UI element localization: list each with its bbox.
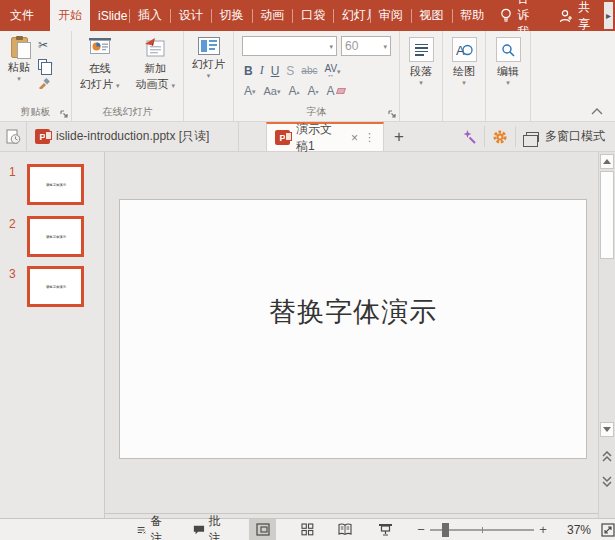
chevron-down-icon: ▾: [383, 44, 387, 50]
menu-tab-slideshow[interactable]: 幻灯片: [334, 0, 370, 31]
scissors-icon: ✂: [38, 38, 48, 52]
font-dialog-launcher[interactable]: [388, 110, 396, 118]
font-color-button[interactable]: A▾: [244, 84, 256, 98]
ribbon-group-online-slides: 在线 幻灯片 ▾ 新加 动画页 ▾ 在线幻灯片: [72, 31, 184, 121]
collapse-ribbon-button[interactable]: [591, 108, 603, 115]
clear-formatting-button[interactable]: A: [327, 84, 345, 98]
new-animation-page-label-line2: 动画页 ▾: [135, 78, 175, 91]
character-spacing-button[interactable]: AV▾: [324, 63, 340, 78]
text-shadow-button[interactable]: S: [286, 64, 294, 78]
document-tab-islide-introduction[interactable]: P islide-introduction.pptx [只读]: [27, 122, 239, 151]
menu-tab-view[interactable]: 视图: [412, 0, 452, 31]
menu-tab-animation[interactable]: 动画: [252, 0, 292, 31]
slide-number: 1: [9, 165, 16, 179]
zoom-percentage[interactable]: 37%: [557, 523, 591, 537]
menu-tab-design[interactable]: 设计: [171, 0, 211, 31]
document-tab-presentation1[interactable]: P 演示文稿1 × ⋮: [266, 122, 384, 151]
chevron-down-icon: ▾: [419, 80, 423, 86]
comments-button[interactable]: 批注: [193, 513, 229, 540]
menu-bar: 文件 开始 iSlide 插入 设计 切换 动画 口袋 幻灯片 审阅 视图 帮助…: [0, 0, 615, 31]
zoom-slider-handle[interactable]: [442, 523, 449, 537]
powerpoint-file-icon: P: [275, 130, 290, 145]
cut-button[interactable]: ✂: [38, 38, 53, 52]
new-tab-button[interactable]: +: [384, 122, 414, 151]
scroll-down-button[interactable]: [600, 422, 614, 437]
change-case-button[interactable]: Aa▾: [264, 85, 281, 97]
menu-tab-home[interactable]: 开始: [50, 0, 90, 31]
document-tab-bar: P islide-introduction.pptx [只读] P 演示文稿1 …: [0, 122, 615, 152]
history-icon: [6, 129, 21, 145]
settings-gear-button[interactable]: [485, 122, 515, 151]
menu-tab-islide[interactable]: iSlide: [90, 0, 129, 31]
slide-layout-icon: [198, 37, 220, 55]
reading-view-button[interactable]: [331, 519, 358, 540]
share-label: 共享: [578, 0, 590, 33]
underline-button[interactable]: U: [271, 64, 280, 78]
drawing-button[interactable]: A 绘图 ▾: [452, 31, 477, 105]
notes-button[interactable]: 备注: [136, 513, 171, 540]
online-slides-group-label: 在线幻灯片: [72, 105, 183, 119]
slide-thumbnail-3[interactable]: 替换字体演示: [27, 266, 84, 307]
editing-button[interactable]: 编辑 ▾: [496, 31, 521, 105]
islide-wand-button[interactable]: [454, 122, 484, 151]
multi-window-mode-button[interactable]: 多窗口模式: [516, 122, 615, 151]
menu-tab-file[interactable]: 文件: [2, 0, 42, 31]
vertical-scrollbar: [598, 152, 615, 518]
next-slide-button[interactable]: [600, 472, 614, 490]
new-animation-page-button[interactable]: 新加 动画页 ▾: [135, 31, 175, 105]
close-tab-icon[interactable]: ×: [351, 131, 358, 145]
menu-tab-pocket[interactable]: 口袋: [293, 0, 333, 31]
recent-files-button[interactable]: [0, 122, 27, 151]
menu-tab-help[interactable]: 帮助: [452, 0, 492, 31]
menu-tab-insert[interactable]: 插入: [130, 0, 170, 31]
comment-bubble-icon: [193, 524, 205, 536]
slide-sorter-view-button[interactable]: [294, 519, 321, 540]
tab-more-icon[interactable]: ⋮: [364, 131, 375, 144]
format-painter-button[interactable]: [38, 76, 53, 90]
clipboard-icon: [11, 37, 28, 58]
bold-button[interactable]: B: [244, 64, 253, 78]
slide-thumbnail-1[interactable]: 替换字体演示: [27, 164, 84, 205]
clipboard-dialog-launcher[interactable]: [60, 110, 68, 118]
online-slides-button[interactable]: 在线 幻灯片 ▾: [80, 31, 120, 105]
menu-tab-review[interactable]: 审阅: [371, 0, 411, 31]
slide-thumbnail-2[interactable]: 替换字体演示: [27, 216, 84, 257]
new-animation-page-icon: [142, 37, 168, 59]
slide-title-text[interactable]: 替换字体演示: [120, 294, 586, 330]
share-button[interactable]: 共享: [551, 0, 598, 31]
font-size-combobox[interactable]: 60 ▾: [341, 36, 391, 56]
new-animation-page-label-line1: 新加: [144, 62, 166, 75]
tell-me-button[interactable]: 告诉我: [492, 0, 545, 31]
zoom-in-button[interactable]: +: [537, 522, 549, 537]
paragraph-button[interactable]: 段落 ▾: [409, 31, 434, 105]
notes-label: 备注: [150, 513, 170, 540]
ribbon-group-drawing: A 绘图 ▾: [443, 31, 486, 121]
menu-overflow-button[interactable]: ▸: [604, 2, 613, 29]
slideshow-podium-icon: [378, 523, 393, 536]
font-name-combobox[interactable]: ▾: [242, 36, 337, 56]
notes-icon: [136, 524, 146, 536]
shrink-font-button[interactable]: A: [308, 84, 319, 98]
font-size-value: 60: [345, 39, 358, 53]
zoom-slider[interactable]: [430, 523, 534, 537]
previous-slide-button[interactable]: [600, 448, 614, 466]
slide-thumbnail-panel: 1 替换字体演示 2 替换字体演示 3 替换字体演示: [0, 152, 105, 518]
grow-font-button[interactable]: A: [289, 84, 300, 98]
lightbulb-icon: [500, 8, 512, 23]
scroll-up-button[interactable]: [600, 154, 614, 169]
paragraph-label: 段落: [410, 65, 432, 78]
magic-wand-icon: [461, 129, 477, 145]
italic-button[interactable]: I: [260, 63, 264, 78]
paste-button[interactable]: 粘贴 ▾: [0, 31, 38, 105]
scrollbar-thumb[interactable]: [600, 171, 614, 259]
status-bar: 备注 批注 − + 37%: [0, 518, 615, 540]
strikethrough-button[interactable]: abc: [301, 65, 317, 76]
normal-view-button[interactable]: [249, 519, 276, 540]
slide-editor[interactable]: 替换字体演示: [119, 199, 587, 459]
fit-to-window-button[interactable]: [601, 523, 615, 537]
new-slide-button[interactable]: 幻灯片 ▾: [192, 31, 225, 105]
zoom-out-button[interactable]: −: [415, 522, 427, 537]
copy-button[interactable]: ▾: [38, 57, 53, 71]
slideshow-view-button[interactable]: [372, 519, 399, 540]
menu-tab-transition[interactable]: 切换: [212, 0, 252, 31]
